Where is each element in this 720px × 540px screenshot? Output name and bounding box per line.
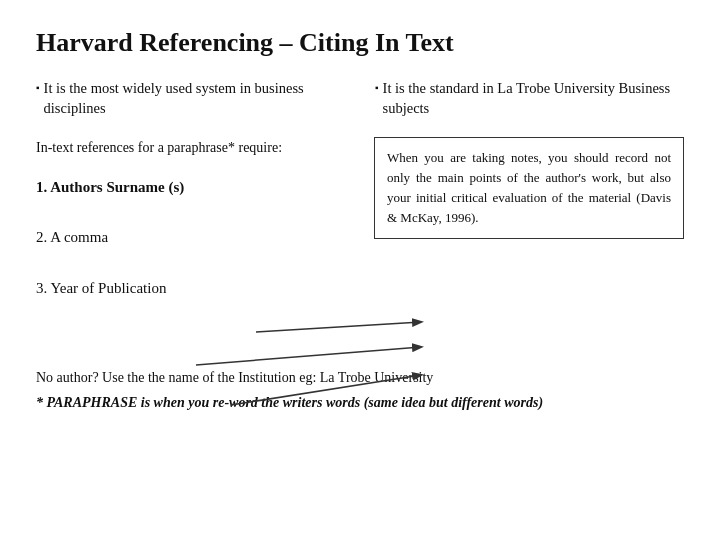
paraphrase-text: * PARAPHRASE is when you re-word the wri… [36,395,543,410]
bottom-section: No author? Use the the name of the Insti… [36,367,684,413]
no-author-line: No author? Use the the name of the Insti… [36,367,684,388]
numbered-item-2: 2. A comma [36,226,306,249]
numbered-list: 1. Authors Surname (s) 2. A comma 3. Yea… [36,176,306,300]
left-bullet-item: ▪ It is the most widely used system in b… [36,78,345,119]
main-content: In-text references for a paraphrase* req… [36,137,684,357]
bullet-marker-left: ▪ [36,81,40,95]
right-callout-box: When you are taking notes, you should re… [374,137,684,240]
numbered-item-1: 1. Authors Surname (s) [36,176,306,199]
numbered-item-3: 3. Year of Publication [36,277,306,300]
left-bullet-text: It is the most widely used system in bus… [44,78,345,119]
bullet-marker-right: ▪ [375,81,379,95]
page-title: Harvard Referencing – Citing In Text [36,28,684,58]
right-bullet-text: It is the standard in La Trobe Universit… [383,78,684,119]
two-column-bullets: ▪ It is the most widely used system in b… [36,78,684,119]
intext-label: In-text references for a paraphrase* req… [36,137,306,158]
right-bullet-col: ▪ It is the standard in La Trobe Univers… [375,78,684,119]
paraphrase-line: * PARAPHRASE is when you re-word the wri… [36,392,684,413]
page: Harvard Referencing – Citing In Text ▪ I… [0,0,720,540]
right-box-text: When you are taking notes, you should re… [387,150,671,225]
right-bullet-item: ▪ It is the standard in La Trobe Univers… [375,78,684,119]
left-bullet-col: ▪ It is the most widely used system in b… [36,78,345,119]
left-section: In-text references for a paraphrase* req… [36,137,306,357]
